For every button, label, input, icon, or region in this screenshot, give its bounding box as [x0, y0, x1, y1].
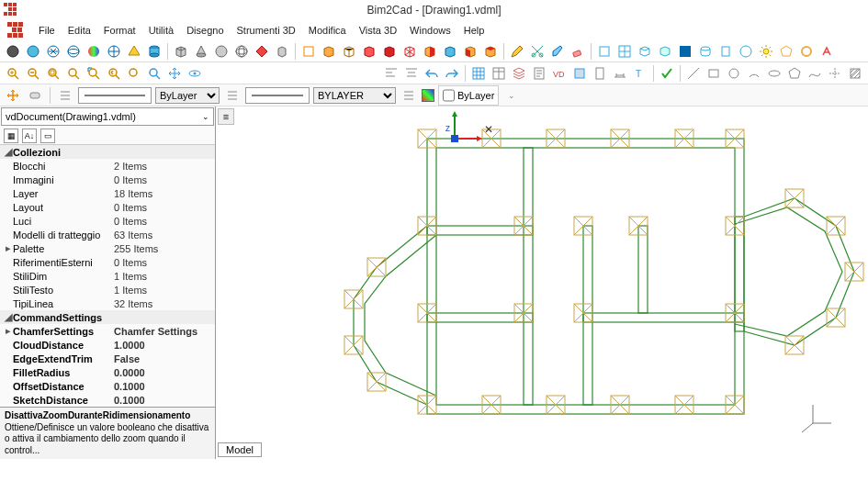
zoom-default-icon[interactable]	[125, 64, 143, 83]
properties-tree[interactable]: ◢CollezioniBlocchi2 ItemsImmagini0 Items…	[0, 145, 215, 407]
tree-row[interactable]: Immagini0 Items	[0, 173, 215, 186]
lw-icon[interactable]	[400, 86, 418, 105]
dropdown-arrow-icon[interactable]: ⌄	[508, 91, 515, 100]
menu-edita[interactable]: Edita	[68, 25, 91, 36]
construct-icon[interactable]	[826, 64, 844, 83]
tree-row[interactable]: Blocchi2 Items	[0, 159, 215, 173]
light-icon[interactable]	[757, 42, 775, 61]
menu-disegno[interactable]: Disegno	[186, 25, 223, 36]
cube-half2-icon[interactable]	[461, 42, 479, 61]
zoom-in-icon[interactable]	[4, 64, 22, 83]
pan-icon[interactable]	[165, 64, 184, 83]
cube-half3-icon[interactable]	[481, 42, 500, 61]
line-sample-2[interactable]	[245, 87, 310, 104]
view-dark-icon[interactable]	[676, 42, 694, 61]
tree-row[interactable]: Layer18 Items	[0, 186, 215, 200]
undo-icon[interactable]	[423, 64, 441, 83]
cyl-blue-icon[interactable]	[145, 42, 163, 61]
zoom-prev-icon[interactable]	[105, 64, 123, 83]
pentagon-icon[interactable]	[777, 42, 795, 61]
globe-icon[interactable]	[232, 42, 251, 61]
view-top-icon[interactable]	[595, 42, 614, 61]
sort-cat-icon[interactable]: ▦	[4, 129, 18, 143]
document-combo[interactable]: vdDocument(Drawing1.vdml) ⌄	[1, 107, 214, 126]
tree-row[interactable]: Layout0 Items	[0, 200, 215, 214]
tree-row[interactable]: ▸ChamferSettingsChamfer Settings	[0, 324, 215, 338]
cube-red1-icon[interactable]	[360, 42, 378, 61]
spline-icon[interactable]	[806, 64, 824, 83]
tree-row[interactable]: OffsetDistance0.1000	[0, 379, 215, 393]
brush-icon[interactable]	[548, 42, 567, 61]
menu-utilita[interactable]: Utilità	[149, 25, 175, 36]
tree-row[interactable]: ▸Palette255 Items	[0, 241, 215, 255]
rect-icon[interactable]	[705, 64, 723, 83]
line-icon[interactable]	[684, 64, 703, 83]
tree-row[interactable]: Luci0 Items	[0, 214, 215, 228]
zoom-window-icon[interactable]	[85, 64, 103, 83]
hatch-icon[interactable]	[846, 64, 864, 83]
color-swatch[interactable]	[422, 89, 434, 102]
cube-shaded2-icon[interactable]	[340, 42, 358, 61]
tree-row[interactable]: Modelli di tratteggio63 Items	[0, 228, 215, 241]
move-icon[interactable]	[4, 86, 22, 105]
zoom-fit-icon[interactable]	[44, 64, 62, 83]
redo-icon[interactable]	[443, 64, 461, 83]
grid-blue-icon[interactable]	[469, 64, 488, 83]
sphere-rainbow-icon[interactable]	[85, 42, 103, 61]
cone-yellow-icon[interactable]	[125, 42, 143, 61]
model-tab[interactable]: Model	[218, 442, 262, 457]
zoom-all-icon[interactable]	[64, 64, 83, 83]
menu-modifica[interactable]: Modifica	[309, 25, 346, 36]
vd-icon[interactable]: VD	[550, 64, 569, 83]
zoom-blue-icon[interactable]	[145, 64, 163, 83]
eraser-icon[interactable]	[569, 42, 587, 61]
sheet-icon[interactable]	[530, 64, 548, 83]
sphere-dark-icon[interactable]	[4, 42, 22, 61]
bylayer-cb-input[interactable]	[443, 87, 455, 104]
menu-help[interactable]: Help	[464, 25, 485, 36]
auto-icon[interactable]	[817, 42, 836, 61]
cube-red3-icon[interactable]	[400, 42, 419, 61]
linetype-combo-1[interactable]: ByLayer	[155, 87, 220, 104]
toggle-icon[interactable]	[26, 86, 44, 105]
sphere-wire-icon[interactable]	[64, 42, 83, 61]
text-icon[interactable]: T	[631, 64, 649, 83]
tree-row[interactable]: CloudDistance1.0000	[0, 338, 215, 352]
sphere-hatch-icon[interactable]	[44, 42, 62, 61]
cube-shaded1-icon[interactable]	[320, 42, 338, 61]
tree-row[interactable]: TipiLinea32 Items	[0, 296, 215, 310]
menu-format[interactable]: Format	[104, 25, 136, 36]
list-sm-icon-2[interactable]	[223, 86, 242, 105]
view-iso2-icon[interactable]	[656, 42, 674, 61]
ellipse-icon[interactable]	[765, 64, 783, 83]
prism-icon[interactable]	[273, 42, 291, 61]
cube-red2-icon[interactable]	[380, 42, 399, 61]
sort-card-icon[interactable]: ▭	[40, 129, 55, 143]
polygon-icon[interactable]	[785, 64, 804, 83]
line-sample-1[interactable]	[78, 87, 152, 104]
cut-icon[interactable]	[528, 42, 547, 61]
menu-strumenti3d[interactable]: Strumenti 3D	[237, 25, 296, 36]
doc-icon[interactable]	[591, 64, 609, 83]
circle-icon[interactable]	[725, 64, 743, 83]
align-left-icon[interactable]	[382, 64, 400, 83]
diamond-red-icon[interactable]	[253, 42, 271, 61]
box-icon[interactable]	[172, 42, 190, 61]
menu-windows[interactable]: Windows	[410, 25, 451, 36]
zoom-out-icon[interactable]	[24, 64, 42, 83]
cone-icon[interactable]	[192, 42, 210, 61]
menu-vista3d[interactable]: Vista 3D	[359, 25, 397, 36]
tree-row[interactable]: SketchDistance0.1000	[0, 393, 215, 407]
arc-icon[interactable]	[745, 64, 763, 83]
view-globe-icon[interactable]	[737, 42, 755, 61]
menu-file[interactable]: File	[39, 25, 55, 36]
tree-group[interactable]: ◢CommandSettings	[0, 310, 215, 324]
sphere-blue-icon[interactable]	[24, 42, 42, 61]
canvas[interactable]: ≡	[216, 106, 868, 459]
tree-row[interactable]: StiliTesto1 Items	[0, 283, 215, 296]
align-center-icon[interactable]	[402, 64, 421, 83]
sphere-grey-icon[interactable]	[212, 42, 231, 61]
view-cylinder-icon[interactable]	[696, 42, 715, 61]
tree-group[interactable]: ◢Collezioni	[0, 145, 215, 159]
table-icon[interactable]	[490, 64, 508, 83]
